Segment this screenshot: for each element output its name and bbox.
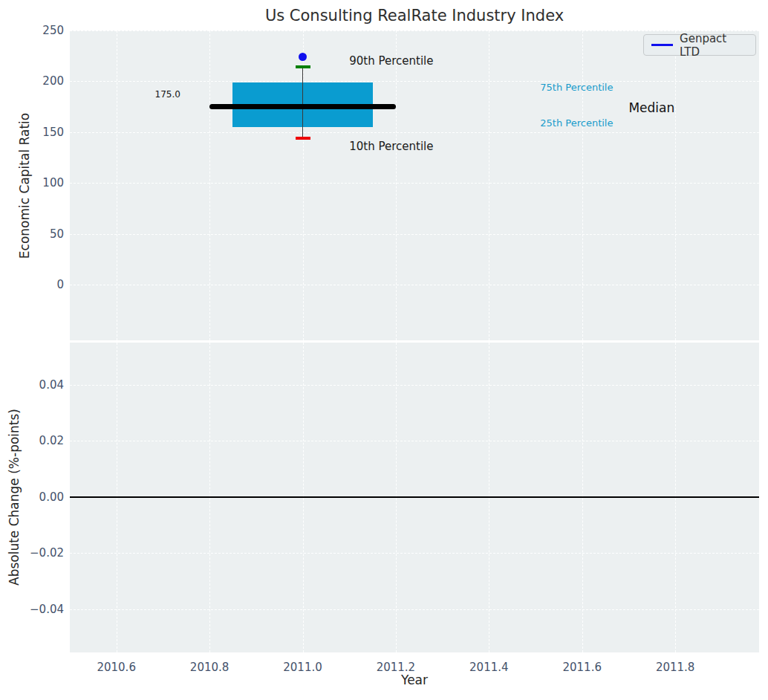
y-gridline (70, 132, 759, 133)
annotation-90th-percentile: 90th Percentile (349, 54, 433, 68)
y-gridline (70, 81, 759, 82)
annotation-175-0: 175.0 (154, 89, 180, 100)
p10-cap (296, 137, 310, 140)
y-tick-label: 200 (12, 74, 64, 88)
company-point (299, 53, 307, 61)
x-tick-label: 2011.0 (277, 661, 329, 674)
annotation-75th-percentile: 75th Percentile (540, 82, 613, 93)
y-gridline (70, 609, 759, 610)
bottom-axes (70, 343, 759, 652)
legend-line-swatch (651, 44, 673, 46)
y-tick-label: −0.02 (12, 546, 64, 560)
y-gridline (70, 385, 759, 386)
top-axes: 90th Percentile10th Percentile75th Perce… (70, 30, 759, 340)
y-tick-label: 100 (12, 176, 64, 189)
x-tick-label: 2010.8 (183, 661, 235, 674)
y-tick-label: 150 (12, 126, 64, 139)
zero-line (70, 496, 759, 498)
x-tick-label: 2011.6 (556, 661, 608, 674)
y-gridline (70, 183, 759, 184)
legend: Genpact LTD (643, 34, 756, 56)
x-tick-label: 2011.4 (463, 661, 515, 674)
y-tick-label: 0.04 (12, 378, 64, 392)
y-gridline (70, 234, 759, 235)
p90-cap (296, 65, 310, 68)
x-gridline (489, 30, 489, 340)
x-gridline (582, 30, 583, 340)
annotation-median: Median (628, 100, 674, 115)
y-gridline (70, 30, 759, 31)
y-tick-label: 50 (12, 227, 64, 241)
x-axis-label: Year (70, 673, 759, 687)
y-tick-label: 0 (12, 278, 64, 291)
chart-title: Us Consulting RealRate Industry Index (70, 7, 759, 25)
x-tick-label: 2011.2 (370, 661, 422, 674)
y-tick-label: 0.00 (12, 490, 64, 504)
median-line (209, 104, 396, 109)
x-gridline (396, 30, 397, 340)
x-gridline (675, 30, 676, 340)
figure: Us Consulting RealRate Industry Index 90… (0, 0, 768, 700)
whisker-line (302, 67, 303, 138)
y-tick-label: −0.04 (12, 603, 64, 616)
annotation-25th-percentile: 25th Percentile (540, 117, 613, 129)
y-gridline (70, 441, 759, 441)
x-tick-label: 2010.6 (91, 661, 143, 674)
annotation-10th-percentile: 10th Percentile (349, 140, 433, 153)
y-gridline (70, 553, 759, 554)
x-gridline (117, 30, 117, 340)
y-gridline (70, 285, 759, 285)
x-gridline (209, 30, 210, 340)
legend-label: Genpact LTD (680, 32, 748, 59)
y-tick-label: 250 (12, 24, 64, 37)
x-tick-label: 2011.8 (649, 661, 701, 674)
y-tick-label: 0.02 (12, 434, 64, 447)
